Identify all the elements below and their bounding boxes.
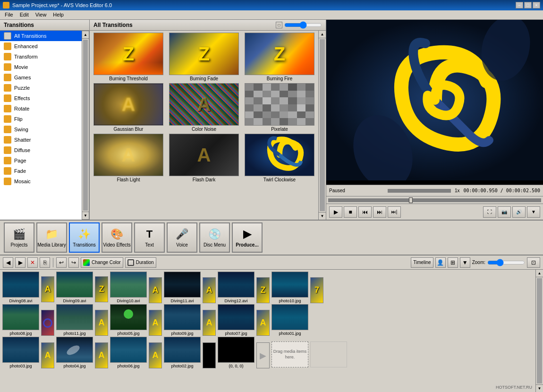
tool-voice[interactable]: 🎤 Voice [167, 222, 197, 253]
trans-photo04-photo06[interactable]: A [94, 342, 109, 368]
trans-photo03-photo04[interactable]: A [41, 342, 55, 368]
tl-redo-btn[interactable]: ↪ [68, 257, 79, 268]
media-photo01[interactable]: photo01.jpg [271, 304, 309, 336]
zoom-slider[interactable] [487, 260, 525, 265]
tool-media-library[interactable]: 📁 Media Library [36, 222, 67, 253]
audio-btn[interactable]: 🔊 [512, 206, 526, 218]
drop-zone[interactable]: Drag media itemshere. [272, 341, 308, 367]
trans-item-transform[interactable]: Transform [0, 51, 82, 62]
maximize-btn[interactable]: □ [524, 2, 532, 9]
trans-item-enhanced[interactable]: Enhanced [0, 41, 82, 51]
trans-diving08-09[interactable]: A [41, 276, 55, 303]
thumbnail-twirl[interactable]: Twirl Clockwise [243, 134, 316, 182]
content-scrollbar-h[interactable] [284, 22, 322, 28]
tl-delete-btn[interactable]: ✕ [27, 257, 38, 268]
tl-scroll-down[interactable]: ▼ [536, 384, 543, 392]
media-photo03[interactable]: photo03.jpg [2, 337, 40, 368]
fullscreen-btn[interactable]: ⛶ [483, 206, 496, 218]
tl-fit-btn[interactable]: ⊡ [527, 257, 540, 268]
thumbnail-burning-fire[interactable]: Z Burning Fire [243, 33, 316, 81]
trans-photo07-photo01[interactable]: A [256, 310, 270, 336]
stop-btn[interactable]: ■ [344, 206, 357, 218]
media-photo07[interactable]: photo07.jpg [217, 304, 255, 336]
content-scroll-thumb[interactable] [320, 39, 325, 211]
tl-undo-btn[interactable]: ↩ [56, 257, 67, 268]
trans-photo08-photo11[interactable] [41, 310, 55, 336]
timeline-scroll[interactable]: Diving08.avi A Diving09.avi [0, 270, 543, 392]
tl-scroll-thumb[interactable] [537, 278, 542, 383]
trans-item-movie[interactable]: Movie [0, 62, 82, 72]
tool-video-effects[interactable]: 🎨 Video Effects [102, 222, 132, 253]
tl-copy-btn[interactable]: ⎘ [40, 257, 50, 268]
title-bar-controls[interactable]: − □ × [516, 2, 540, 9]
seek-thumb[interactable] [409, 197, 413, 203]
thumbnail-flash-dark[interactable]: A Flash Dark [167, 134, 241, 182]
trans-diving11-12[interactable]: A [202, 277, 216, 303]
tl-change-color-btn[interactable]: Change Color [81, 257, 123, 268]
play-btn[interactable]: ▶ [329, 206, 342, 218]
media-diving11[interactable]: Diving11.avi [163, 272, 201, 303]
tl-timeline-btn[interactable]: Timeline [411, 257, 433, 268]
trans-item-page[interactable]: Page [0, 155, 82, 166]
content-scroll-up[interactable]: ▲ [319, 31, 326, 38]
media-drop-zone[interactable]: Drag media itemshere. [271, 341, 309, 368]
media-diving08[interactable]: Diving08.avi [2, 272, 40, 303]
media-diving12[interactable]: Diving12.avi [217, 272, 255, 303]
media-photo02[interactable]: photo02.jpg [163, 337, 201, 368]
scroll-up-btn[interactable]: ▲ [82, 31, 89, 39]
media-photo05[interactable]: photo05.jpg [110, 304, 147, 336]
trans-item-fade[interactable]: Fade [0, 166, 82, 176]
trans-photo06-photo02[interactable]: A [148, 342, 162, 368]
trans-photo09-photo07[interactable]: A [202, 310, 216, 336]
media-diving10[interactable]: Diving10.avi [110, 272, 147, 303]
next-frame-btn[interactable]: ⏭ [373, 206, 386, 218]
trans-photo11-photo05[interactable]: A [94, 310, 109, 336]
thumbnail-pixelate[interactable]: Pixelate [243, 83, 316, 132]
tool-projects[interactable]: 🎬 Projects [4, 222, 34, 253]
media-photo09[interactable]: photo09.jpg [163, 304, 201, 336]
tool-produce[interactable]: ▶ Produce... [232, 222, 263, 253]
settings-expand-btn[interactable]: ▼ [527, 206, 540, 218]
media-photo10[interactable]: photo10.jpg [271, 272, 309, 303]
trans-item-swing[interactable]: Swing [0, 124, 82, 135]
tool-disc-menu[interactable]: 💿 Disc Menu [199, 222, 230, 253]
trans-photo02-black[interactable] [202, 342, 216, 368]
end-btn[interactable]: ⏭| [388, 206, 401, 218]
media-photo04[interactable]: photo04.jpg [56, 337, 93, 368]
media-black[interactable]: (0, 0, 0) [217, 337, 255, 368]
minimize-btn[interactable]: − [516, 2, 523, 9]
thumbnail-flash-light[interactable]: A Flash Light [92, 134, 165, 182]
media-photo06[interactable]: photo06.jpg [110, 337, 147, 368]
menu-file[interactable]: File [2, 11, 16, 18]
transitions-scrollbar[interactable]: ▲ ▼ [82, 31, 89, 220]
header-resize-btn[interactable]: □ [276, 22, 282, 28]
trans-item-effects[interactable]: Effects [0, 93, 82, 103]
tl-person-btn[interactable]: 👤 [435, 257, 446, 268]
thumbnail-gaussian[interactable]: A Gaussian Blur [92, 83, 165, 132]
media-photo08[interactable]: photo08.jpg [2, 304, 40, 336]
content-scroll-down[interactable]: ▼ [319, 212, 326, 220]
thumbnail-burning-fade[interactable]: Z Burning Fade [167, 33, 241, 81]
content-scrollbar-v[interactable]: ▲ ▼ [318, 31, 326, 220]
menu-help[interactable]: Help [50, 11, 67, 18]
tl-forward-btn[interactable]: ▶ [15, 257, 25, 268]
trans-item-puzzle[interactable]: Puzzle [0, 83, 82, 93]
trans-diving09-10[interactable]: Z [94, 276, 109, 303]
trans-diving12-photo10[interactable]: Z [256, 277, 270, 303]
menu-view[interactable]: View [33, 11, 50, 18]
scroll-down-btn[interactable]: ▼ [82, 212, 89, 219]
trans-item-games[interactable]: Games [0, 72, 82, 83]
seek-track[interactable] [328, 198, 541, 202]
media-diving09[interactable]: Diving09.avi [56, 272, 93, 303]
thumbnail-burning-threshold[interactable]: Z Burning Threshold [92, 33, 165, 81]
trans-item-all[interactable]: All Transitions [0, 31, 82, 41]
tl-back-btn[interactable]: ◀ [3, 257, 13, 268]
prev-frame-btn[interactable]: ⏮ [358, 206, 372, 218]
thumbnail-color-noise[interactable]: A Color Noise [167, 83, 241, 132]
tool-transitions[interactable]: ✨ Transitions [69, 222, 100, 253]
trans-item-flip[interactable]: Flip [0, 114, 82, 124]
trans-item-diffuse[interactable]: Diffuse [0, 145, 82, 155]
trans-photo10-end[interactable]: 7 [310, 277, 324, 303]
tl-grid-btn[interactable]: ⊞ [448, 257, 458, 268]
seek-bar-container[interactable] [326, 196, 543, 204]
